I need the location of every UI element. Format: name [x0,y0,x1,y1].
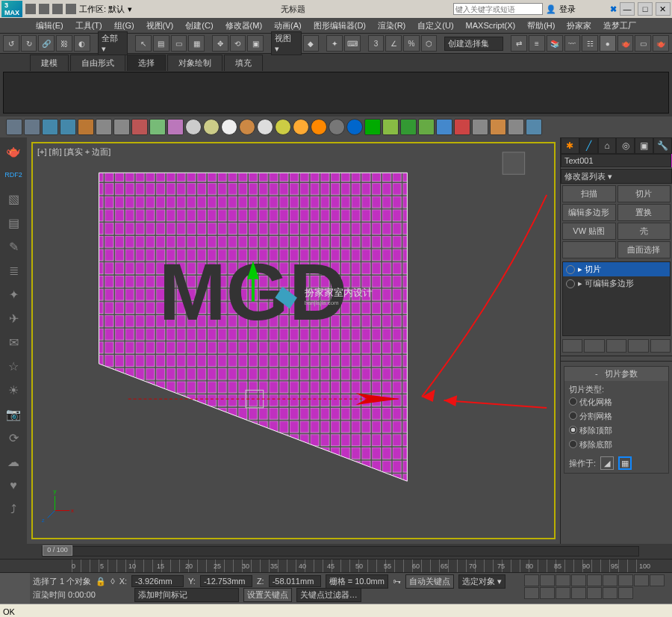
extra-tool-icon[interactable] [364,119,381,135]
close-button[interactable]: ✕ [656,2,671,16]
schematic-icon[interactable]: ☷ [582,35,598,52]
extra-tool-icon[interactable] [490,119,506,135]
isolate-icon[interactable]: ◊ [111,577,114,586]
menu-item[interactable]: 工具(T) [72,19,105,33]
render-frame-icon[interactable]: ▭ [635,35,651,52]
y-coord[interactable]: -12.753mm [200,575,252,587]
move-icon[interactable]: ✥ [212,35,228,52]
transport-icon[interactable] [540,587,555,599]
curve-editor-icon[interactable]: 〰 [564,35,581,52]
modifier-button[interactable]: 切片 [617,185,671,202]
slice-type-radio[interactable]: 优化网格 [569,395,664,409]
extra-tool-icon[interactable] [257,119,273,135]
visibility-toggle-icon[interactable] [566,279,575,288]
select-name-icon[interactable]: ▤ [153,35,169,52]
list-icon[interactable]: ≣ [4,261,22,279]
extra-tool-icon[interactable] [42,119,58,135]
modifier-button[interactable]: 壳 [617,223,671,240]
qat-icon[interactable] [52,4,63,14]
pin-stack-icon[interactable] [562,339,582,353]
extra-tool-icon[interactable] [400,119,417,135]
modifier-button[interactable]: 扫描 [562,185,616,202]
workspace-label[interactable]: 工作区: 默认 [79,4,125,15]
time-slider[interactable]: 0 / 100 [0,544,672,559]
select-icon[interactable]: ↖ [135,35,152,52]
tool-icon[interactable]: ◐ [74,35,90,52]
transport-icon[interactable] [556,587,570,599]
transport-icon[interactable] [540,574,555,586]
transport-icon[interactable] [634,574,649,586]
menu-item[interactable]: 扮家家 [564,19,594,33]
material-icon[interactable]: ● [600,35,616,52]
ribbon-tab[interactable]: 选择 [127,55,166,71]
menu-item[interactable]: MAXScript(X) [463,19,519,31]
plane-icon[interactable]: ✈ [4,309,22,327]
render-setup-icon[interactable]: 🫖 [617,35,634,52]
share-icon[interactable]: ⤴ [4,500,22,518]
extra-tool-icon[interactable] [293,119,309,135]
transport-icon[interactable] [603,587,617,599]
layers-icon[interactable]: 📚 [547,35,563,52]
modifier-list-combo[interactable]: 修改器列表 ▾ [561,169,672,184]
extra-tool-icon[interactable] [167,119,184,135]
modifier-stack[interactable]: ▸ 切片 ▸ 可编辑多边形 [562,261,671,336]
mirror-icon[interactable]: ⇄ [511,35,527,52]
slice-type-radio[interactable]: 移除底部 [569,438,664,452]
operate-mesh-icon[interactable]: ▦ [618,456,632,470]
menu-item[interactable]: 帮助(H) [524,19,558,33]
extra-tool-icon[interactable] [275,119,291,135]
percent-snap-icon[interactable]: % [403,35,420,52]
extra-tool-icon[interactable] [60,119,76,135]
extra-tool-icon[interactable] [329,119,345,135]
transport-icon[interactable] [556,574,570,586]
named-selset-combo[interactable]: 创建选择集 [444,37,503,51]
modify-tab-icon[interactable]: ╱ [579,137,598,154]
ribbon-tab[interactable]: 填充 [224,55,263,71]
transport-icon[interactable] [524,587,539,599]
rotate-icon[interactable]: ⟲ [230,35,246,52]
utilities-tab-icon[interactable]: 🔧 [653,137,672,154]
xref-icon[interactable]: ✖ [610,4,617,14]
cloud-icon[interactable]: ☁ [4,453,22,471]
layers-icon[interactable]: ▤ [4,214,22,232]
extra-tool-icon[interactable] [436,119,452,135]
menu-item[interactable]: 创建(C) [182,19,216,33]
extra-tool-icon[interactable] [203,119,220,135]
ribbon-tab[interactable]: 对象绘制 [167,55,223,71]
camera-icon[interactable]: 📷 [4,405,22,423]
transport-icon[interactable] [524,574,539,586]
time-slider-handle[interactable]: 0 / 100 [43,545,72,556]
extra-tool-icon[interactable] [454,119,470,135]
stack-item[interactable]: ▸ 切片 [563,262,670,276]
configure-icon[interactable] [650,339,671,353]
slice-type-radio[interactable]: 分割网格 [569,409,664,424]
scale-icon[interactable]: ▣ [247,35,264,52]
rollup-header[interactable]: - 切片参数 [564,367,668,381]
edit-icon[interactable]: ✎ [4,238,22,255]
extra-tool-icon[interactable] [24,119,40,135]
extra-tool-icon[interactable] [149,119,166,135]
transport-icon[interactable] [571,574,586,586]
key-lock-icon[interactable]: 🗝 [393,577,401,586]
refresh-icon[interactable]: ⟳ [4,429,22,447]
manip-icon[interactable]: ✦ [326,35,343,52]
window-crossing-icon[interactable]: ▦ [188,35,205,52]
unlink-icon[interactable]: ⛓ [56,35,72,52]
menu-item[interactable]: 动画(A) [271,19,305,33]
extra-tool-icon[interactable] [6,119,22,135]
menu-item[interactable]: 修改器(M) [223,19,266,33]
spinner-snap-icon[interactable]: ⬡ [421,35,438,52]
pivot-icon[interactable]: ◆ [303,35,320,52]
extra-tool-icon[interactable] [382,119,399,135]
setkey-button[interactable]: 设置关键点 [243,588,292,602]
extra-tool-icon[interactable] [239,119,255,135]
transport-icon[interactable] [650,574,665,586]
extra-tool-icon[interactable] [185,119,202,135]
qat-icon[interactable] [66,4,76,14]
extra-tool-icon[interactable] [113,119,130,135]
tool-icon[interactable]: ↻ [21,35,37,52]
modifier-button[interactable]: VW 贴图 [562,223,616,240]
ribbon-tab[interactable]: 建模 [30,55,69,71]
transport-icon[interactable] [603,574,617,586]
app-icon[interactable]: 3MAX [1,1,22,17]
